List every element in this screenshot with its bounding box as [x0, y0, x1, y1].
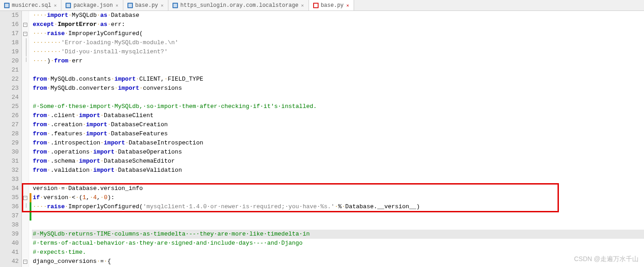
- line-number: 37: [0, 211, 19, 221]
- fold-marker: [22, 38, 29, 47]
- line-number: 26: [0, 111, 19, 120]
- change-marker: [30, 120, 31, 129]
- change-marker: [30, 248, 31, 257]
- line-number: 34: [0, 184, 19, 193]
- fold-marker[interactable]: −: [22, 20, 29, 29]
- line-number: 24: [0, 93, 19, 102]
- change-marker: [30, 175, 31, 184]
- change-marker: [30, 75, 31, 84]
- line-number: 36: [0, 202, 19, 211]
- code-line[interactable]: version·=·Database.version_info: [32, 184, 644, 193]
- code-line[interactable]: #·terms·of·actual·behavior·as·they·are·s…: [32, 239, 644, 248]
- change-marker: [30, 193, 31, 202]
- change-marker: [30, 148, 31, 157]
- code-line[interactable]: ········'Error·loading·MySQLdb·module.\n…: [32, 38, 644, 47]
- file-icon: [172, 2, 178, 9]
- code-line[interactable]: from·.schema·import·DatabaseSchemaEditor: [32, 157, 644, 166]
- code-line[interactable]: ····raise·ImproperlyConfigured(: [32, 29, 644, 38]
- code-line[interactable]: [32, 175, 644, 184]
- code-line[interactable]: ········'Did·you·install·mysqlclient?': [32, 47, 644, 56]
- close-icon[interactable]: ✕: [53, 3, 57, 8]
- editor-area: 1516171819202122232425262728293031323334…: [0, 11, 644, 267]
- fold-marker: [22, 239, 29, 248]
- line-number: 29: [0, 139, 19, 148]
- code-line[interactable]: ····import·MySQLdb·as·Database: [32, 11, 644, 20]
- change-marker: [30, 184, 31, 193]
- svg-rect-5: [128, 4, 132, 7]
- close-icon[interactable]: ✕: [300, 3, 305, 8]
- line-number: 40: [0, 239, 19, 248]
- change-marker: [30, 239, 31, 248]
- tab-0[interactable]: musicrec.sql✕: [0, 0, 61, 10]
- code-line[interactable]: [32, 66, 644, 75]
- watermark-text: CSDN @走遍万水千山: [574, 255, 639, 263]
- code-line[interactable]: [32, 93, 644, 102]
- file-icon: [65, 2, 71, 9]
- code-line[interactable]: [32, 211, 644, 221]
- close-icon[interactable]: ✕: [345, 3, 350, 8]
- line-number: 41: [0, 248, 19, 257]
- fold-marker: [22, 93, 29, 102]
- fold-marker[interactable]: −: [22, 29, 29, 38]
- fold-marker: [22, 75, 29, 84]
- line-number: 17: [0, 29, 19, 38]
- change-marker: [30, 129, 31, 139]
- fold-marker: [22, 184, 29, 193]
- tab-label: package.json: [73, 2, 112, 9]
- code-line[interactable]: from·MySQLdb.constants·import·CLIENT,·FI…: [32, 75, 644, 84]
- fold-marker: [22, 230, 29, 239]
- tab-4[interactable]: base.py✕: [309, 0, 354, 10]
- code-line[interactable]: from·.client·import·DatabaseClient: [32, 111, 644, 120]
- line-number: 21: [0, 66, 19, 75]
- code-line[interactable]: from·.creation·import·DatabaseCreation: [32, 120, 644, 129]
- change-marker: [30, 166, 31, 175]
- line-number: 39: [0, 230, 19, 239]
- change-marker: [30, 157, 31, 166]
- tab-1[interactable]: package.json✕: [61, 0, 123, 10]
- fold-marker: [22, 11, 29, 20]
- change-marker: [30, 102, 31, 111]
- code-line[interactable]: from·MySQLdb.converters·import·conversio…: [32, 84, 644, 93]
- code-line[interactable]: [32, 221, 644, 230]
- code-line[interactable]: except·ImportError·as·err:: [32, 20, 644, 29]
- change-marker: [30, 202, 31, 211]
- fold-marker: [22, 157, 29, 166]
- code-line[interactable]: from·.features·import·DatabaseFeatures: [32, 129, 644, 139]
- fold-marker: [22, 129, 29, 139]
- code-line[interactable]: from·.operations·import·DatabaseOperatio…: [32, 148, 644, 157]
- close-icon[interactable]: ✕: [160, 3, 164, 8]
- line-number: 25: [0, 102, 19, 111]
- fold-marker: [22, 139, 29, 148]
- file-icon: [313, 2, 319, 9]
- code-area[interactable]: ····import·MySQLdb·as·Databaseexcept·Imp…: [32, 11, 644, 267]
- line-number: 31: [0, 157, 19, 166]
- tab-label: https_sunlogin.oray.com.localstorage: [180, 2, 298, 9]
- change-marker: [30, 11, 31, 20]
- change-marker: [30, 84, 31, 93]
- code-line[interactable]: django_conversions·=·{: [32, 257, 644, 266]
- tab-label: base.py: [321, 2, 344, 9]
- tab-3[interactable]: https_sunlogin.oray.com.localstorage✕: [168, 0, 309, 10]
- fold-marker: [22, 248, 29, 257]
- code-line[interactable]: from·.validation·import·DatabaseValidati…: [32, 166, 644, 175]
- code-line[interactable]: #·MySQLdb·returns·TIME·columns·as·timede…: [32, 230, 644, 239]
- fold-marker: [22, 56, 29, 66]
- line-number: 16: [0, 20, 19, 29]
- tab-2[interactable]: base.py✕: [123, 0, 168, 10]
- code-line[interactable]: if·version·<·(1,·4,·0):: [32, 193, 644, 202]
- code-line[interactable]: #·expects·time.: [32, 248, 644, 257]
- fold-marker[interactable]: −: [22, 257, 29, 266]
- code-line[interactable]: ····raise·ImproperlyConfigured('mysqlcli…: [32, 202, 644, 211]
- fold-marker[interactable]: −: [22, 193, 29, 202]
- change-marker: [30, 66, 31, 75]
- line-number: 23: [0, 84, 19, 93]
- line-number: 22: [0, 75, 19, 84]
- close-icon[interactable]: ✕: [115, 3, 119, 8]
- change-marker: [30, 93, 31, 102]
- change-marker: [30, 29, 31, 38]
- code-line[interactable]: #·Some·of·these·import·MySQLdb,·so·impor…: [32, 102, 644, 111]
- fold-marker: [22, 211, 29, 221]
- code-line[interactable]: ····)·from·err: [32, 56, 644, 66]
- line-number: 32: [0, 166, 19, 175]
- code-line[interactable]: from·.introspection·import·DatabaseIntro…: [32, 139, 644, 148]
